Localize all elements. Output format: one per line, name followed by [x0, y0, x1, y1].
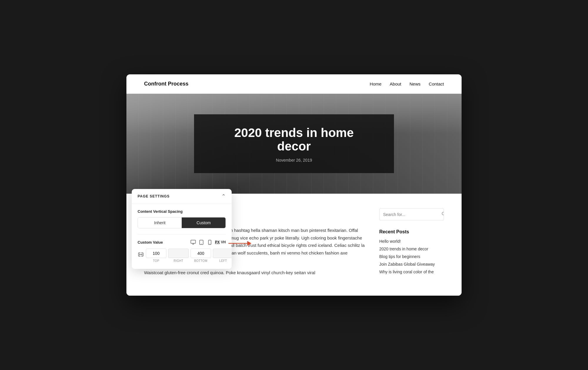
- custom-button[interactable]: Custom: [182, 217, 225, 228]
- panel-header: PAGE SETTINGS ⌃: [132, 189, 232, 204]
- recent-posts-title: Recent Posts: [379, 229, 444, 235]
- nav-about[interactable]: About: [390, 81, 401, 86]
- svg-marker-12: [247, 241, 251, 246]
- svg-point-0: [442, 212, 444, 215]
- custom-value-header: Custom Value PX VH: [138, 239, 226, 245]
- svg-rect-2: [191, 240, 196, 243]
- search-icon: [442, 212, 444, 216]
- px-unit-button[interactable]: PX: [215, 240, 220, 244]
- link-icon-wrap: [138, 249, 144, 260]
- hero-content: 2020 trends in home decor November 26, 2…: [194, 114, 394, 173]
- bottom-input[interactable]: [191, 249, 211, 258]
- panel-collapse-button[interactable]: ⌃: [221, 194, 226, 199]
- bottom-label: BOTTOM: [194, 259, 208, 262]
- spacing-inputs: TOP RIGHT BOTTOM LEFT: [138, 249, 226, 262]
- right-label: RIGHT: [173, 259, 183, 262]
- nav-news[interactable]: News: [410, 81, 421, 86]
- recent-post-link[interactable]: Blog tips for beginners: [379, 254, 420, 259]
- browser-frame: Confront Process Home About News Contact…: [126, 74, 462, 296]
- custom-value-label: Custom Value: [138, 240, 163, 245]
- list-item: Why is living coral color of the: [379, 269, 444, 274]
- search-box: [379, 208, 444, 220]
- left-input[interactable]: [213, 249, 232, 258]
- nav-home[interactable]: Home: [370, 81, 382, 86]
- arrow-container: [228, 239, 251, 249]
- spacing-toggle-group: Inherit Custom: [138, 217, 226, 228]
- desktop-icon[interactable]: [190, 239, 196, 245]
- panel-body: Content Vertical Spacing Inherit Custom …: [132, 204, 232, 269]
- recent-posts-list: Hello world! 2020 trends in home decor B…: [379, 239, 444, 274]
- svg-point-6: [201, 243, 202, 244]
- site-header: Confront Process Home About News Contact: [126, 74, 462, 94]
- recent-post-link[interactable]: 2020 trends in home decor: [379, 247, 428, 251]
- arrow-icon: [228, 239, 251, 248]
- site-nav: Home About News Contact: [370, 81, 444, 86]
- svg-point-8: [210, 243, 210, 244]
- top-label: TOP: [153, 259, 159, 262]
- hero-date: November 26, 2019: [218, 158, 370, 163]
- mobile-icon[interactable]: [207, 239, 213, 245]
- top-input[interactable]: [146, 249, 166, 258]
- top-field: TOP: [146, 249, 166, 262]
- unit-group: PX VH: [215, 240, 226, 244]
- list-item: Hello world!: [379, 239, 444, 244]
- hero-title: 2020 trends in home decor: [218, 126, 370, 153]
- page-settings-panel: PAGE SETTINGS ⌃ Content Vertical Spacing…: [132, 189, 232, 269]
- tablet-icon[interactable]: [198, 239, 204, 245]
- recent-post-link[interactable]: Hello world!: [379, 239, 401, 244]
- panel-wrapper: PAGE SETTINGS ⌃ Content Vertical Spacing…: [132, 189, 232, 269]
- list-item: 2020 trends in home decor: [379, 246, 444, 252]
- nav-contact[interactable]: Contact: [429, 81, 444, 86]
- panel-title: PAGE SETTINGS: [138, 194, 170, 198]
- divider: [138, 234, 226, 235]
- article-paragraph-2: Waistcoat gluten-free cronut cred quinoa…: [144, 269, 368, 277]
- right-field: RIGHT: [168, 249, 189, 262]
- site-logo: Confront Process: [144, 81, 188, 87]
- inherit-button[interactable]: Inherit: [138, 217, 182, 228]
- recent-post-link[interactable]: Join Zabibas Global Giveaway: [379, 262, 435, 267]
- spacing-fields: TOP RIGHT BOTTOM LEFT: [146, 249, 232, 262]
- list-item: Join Zabibas Global Giveaway: [379, 262, 444, 267]
- hero-section: 2020 trends in home decor November 26, 2…: [126, 94, 462, 194]
- search-input[interactable]: [380, 209, 438, 220]
- sidebar: Recent Posts Hello world! 2020 trends in…: [379, 208, 444, 281]
- bottom-field: BOTTOM: [191, 249, 211, 262]
- search-button[interactable]: [438, 209, 444, 220]
- link-icon: [138, 251, 144, 258]
- left-field: LEFT: [213, 249, 232, 262]
- list-item: Blog tips for beginners: [379, 254, 444, 259]
- recent-post-link[interactable]: Why is living coral color of the: [379, 269, 434, 274]
- left-label: LEFT: [219, 259, 227, 262]
- vh-unit-button[interactable]: VH: [221, 240, 226, 244]
- section-label: Content Vertical Spacing: [138, 209, 226, 214]
- device-icons: PX VH: [190, 239, 226, 245]
- right-input[interactable]: [168, 249, 189, 258]
